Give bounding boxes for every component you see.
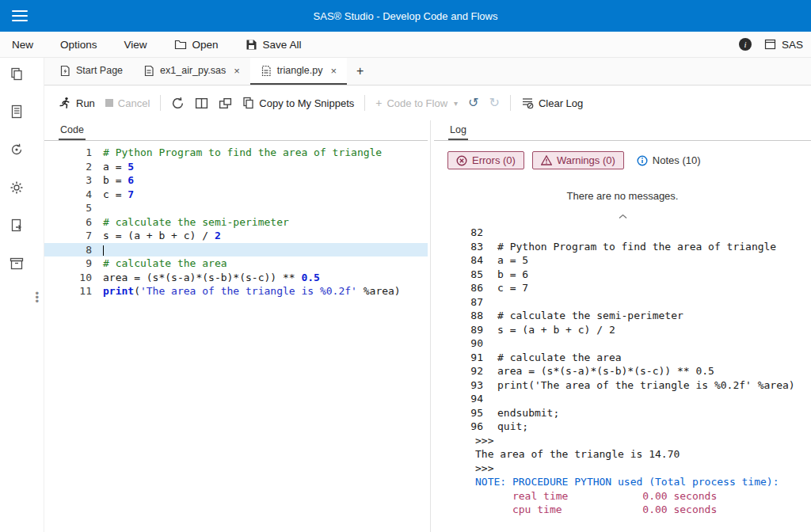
rail-settings-button[interactable]: [8, 180, 25, 196]
python-file-icon: [261, 65, 272, 77]
errors-filter-label: Errors (0): [472, 154, 516, 166]
code-line[interactable]: 2a = 5: [44, 160, 428, 174]
tab-ex1-air-py-sas[interactable]: ex1_air_py.sas ×: [133, 58, 250, 85]
code-line[interactable]: 9# calculate the area: [44, 256, 428, 271]
tab-triangle-py[interactable]: triangle.py ×: [250, 58, 347, 85]
code-panel-header[interactable]: Code: [44, 120, 428, 141]
menu-new[interactable]: New: [12, 39, 33, 51]
log-text: >>>: [434, 462, 493, 476]
menu-open[interactable]: Open: [174, 39, 219, 51]
code-line[interactable]: 8: [44, 243, 428, 257]
tab-close-icon[interactable]: ×: [331, 65, 337, 77]
undo-button[interactable]: ↺: [468, 97, 478, 109]
copy-to-snippets-button[interactable]: Copy to My Snippets: [242, 97, 354, 109]
log-text: # calculate the area: [483, 351, 622, 365]
runner-icon: [59, 97, 71, 109]
tab-start-page[interactable]: Start Page: [49, 58, 133, 85]
log-line: 93print('The area of the triangle is %0.…: [434, 378, 811, 393]
log-panel-header[interactable]: Log: [434, 120, 811, 141]
cancel-stop-icon: [105, 99, 113, 107]
rail-export-button[interactable]: [8, 218, 25, 234]
code-line[interactable]: 10area = (s*(s-a)*(s-b)*(s-c)) ** 0.5: [44, 271, 428, 285]
errors-filter-button[interactable]: Errors (0): [447, 151, 524, 169]
log-line: 95endsubmit;: [434, 406, 811, 420]
log-line-number: 83: [434, 240, 483, 254]
code-to-flow-button[interactable]: + Code to Flow ▾: [375, 97, 458, 109]
log-line-number: 85: [434, 268, 483, 282]
code-line[interactable]: 5: [44, 201, 428, 215]
info-icon[interactable]: i: [739, 38, 752, 51]
toolbar-separator: [160, 95, 161, 111]
code-line[interactable]: 1# Python Program to find the area of tr…: [44, 146, 428, 160]
menubar-right: i SAS: [739, 38, 803, 51]
code-text: c = 7: [92, 188, 134, 202]
menu-save-all[interactable]: Save All: [246, 39, 302, 51]
menu-view[interactable]: View: [124, 39, 147, 51]
code-text: # Python Program to find the area of tri…: [92, 146, 382, 160]
rail-library-button[interactable]: [8, 256, 25, 272]
log-line-number: 90: [434, 336, 483, 351]
code-token: a =: [103, 161, 128, 173]
code-token: %area): [357, 285, 401, 297]
log-line-number: 91: [434, 351, 483, 365]
submit-history-button[interactable]: [171, 97, 185, 110]
log-panel-title: Log: [448, 120, 468, 140]
notes-filter-label: Notes (10): [653, 154, 701, 166]
notes-filter-button[interactable]: Notes (10): [632, 152, 706, 169]
code-line[interactable]: 7s = (a + b + c) / 2: [44, 229, 428, 243]
clear-log-button[interactable]: Clear Log: [521, 97, 583, 109]
rail-document-button[interactable]: [8, 104, 25, 120]
archive-box-icon: [10, 256, 24, 271]
code-token: area = (s*(s-a)*(s-b)*(s-c)) **: [103, 272, 301, 283]
run-button[interactable]: Run: [59, 97, 95, 109]
window-icon: [764, 39, 776, 50]
menubar: New Options View Open Save All i SAS: [0, 32, 811, 58]
line-number: 8: [44, 243, 92, 257]
code-editor[interactable]: 1# Python Program to find the area of tr…: [44, 141, 428, 532]
log-line: NOTE: PROCEDURE PYTHON used (Total proce…: [434, 475, 811, 489]
log-line-number: 94: [434, 392, 483, 406]
code-token: 2: [215, 230, 221, 241]
rail-sync-button[interactable]: [8, 142, 25, 158]
menu-options[interactable]: Options: [60, 39, 97, 51]
menu-options-label: Options: [60, 39, 97, 51]
code-text: area = (s*(s-a)*(s-b)*(s-c)) ** 0.5: [92, 271, 320, 285]
line-number: 7: [44, 229, 92, 243]
code-line[interactable]: 3b = 6: [44, 173, 428, 188]
sas-file-icon: [143, 65, 154, 77]
code-text: # calculate the area: [92, 256, 227, 271]
titlebar: SAS® Studio - Develop Code and Flows: [0, 0, 811, 32]
toolbar-separator: [364, 95, 365, 111]
line-number: 4: [44, 188, 92, 202]
sas-brand[interactable]: SAS: [764, 39, 803, 51]
code-line[interactable]: 4c = 7: [44, 188, 428, 202]
chevron-down-icon: ▾: [454, 99, 458, 108]
cancel-button[interactable]: Cancel: [105, 97, 150, 109]
panel-splitter[interactable]: [428, 120, 434, 532]
warning-triangle-icon: [541, 155, 552, 165]
new-tab-button[interactable]: +: [347, 58, 373, 85]
main-area: ••• Start Page ex1_air_py.sas × triangle…: [0, 58, 811, 532]
log-text: quit;: [483, 420, 528, 434]
log-line-number: 88: [434, 309, 483, 323]
log-text: print('The area of the triangle is %0.2f…: [483, 378, 795, 393]
log-text: b = 6: [483, 268, 528, 282]
code-text: # calculate the semi-perimeter: [92, 215, 289, 230]
code-line[interactable]: 6# calculate the semi-perimeter: [44, 215, 428, 230]
code-text: s = (a + b + c) / 2: [92, 229, 221, 243]
clear-log-label: Clear Log: [539, 97, 583, 109]
redo-button[interactable]: ↻: [489, 97, 500, 109]
warnings-filter-button[interactable]: Warnings (0): [532, 151, 624, 169]
new-window-icon: [219, 97, 232, 109]
tab-close-icon[interactable]: ×: [234, 65, 240, 77]
rail-resize-handle[interactable]: •••: [35, 291, 39, 303]
code-line[interactable]: 11print('The area of the triangle is %0.…: [44, 284, 428, 298]
open-in-window-button[interactable]: [219, 97, 232, 109]
collapse-messages-button[interactable]: [434, 208, 811, 221]
rail-files-button[interactable]: [8, 66, 25, 82]
copy-icon: [242, 97, 254, 109]
log-line-number: 82: [434, 226, 483, 240]
split-view-button[interactable]: [195, 97, 208, 109]
code-token: (: [134, 285, 140, 297]
cancel-label: Cancel: [118, 97, 150, 109]
